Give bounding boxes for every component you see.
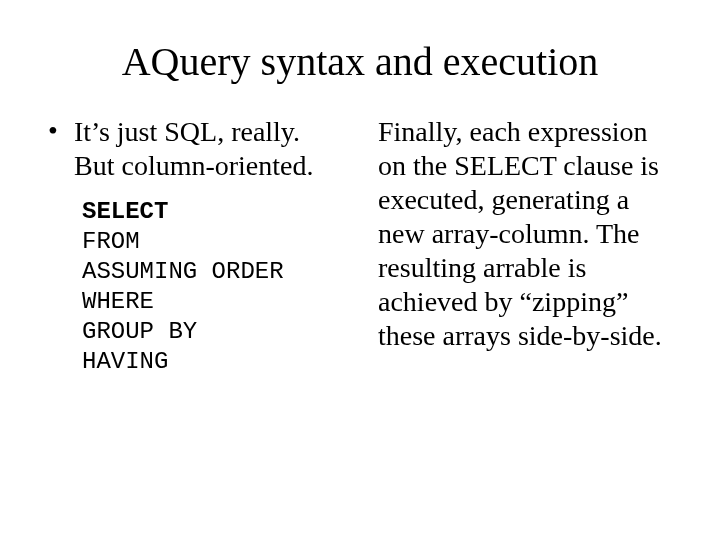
right-column: Finally, each expression on the SELECT c… bbox=[378, 115, 672, 377]
bullet-marker: • bbox=[48, 115, 74, 147]
slide-title: AQuery syntax and execution bbox=[48, 38, 672, 85]
bullet-item: • It’s just SQL, really. But column-orie… bbox=[48, 115, 342, 183]
code-line: ASSUMING ORDER bbox=[82, 257, 342, 287]
slide: AQuery syntax and execution • It’s just … bbox=[0, 0, 720, 540]
code-line: HAVING bbox=[82, 347, 342, 377]
paragraph-text: Finally, each expression on the SELECT c… bbox=[378, 115, 672, 353]
code-line: GROUP BY bbox=[82, 317, 342, 347]
bullet-text: It’s just SQL, really. But column-orient… bbox=[74, 115, 342, 183]
columns: • It’s just SQL, really. But column-orie… bbox=[48, 115, 672, 377]
code-keyword-select: SELECT bbox=[82, 197, 342, 227]
code-block: SELECT FROM ASSUMING ORDER WHERE GROUP B… bbox=[82, 197, 342, 377]
code-line: WHERE bbox=[82, 287, 342, 317]
left-column: • It’s just SQL, really. But column-orie… bbox=[48, 115, 342, 377]
code-line: FROM bbox=[82, 227, 342, 257]
